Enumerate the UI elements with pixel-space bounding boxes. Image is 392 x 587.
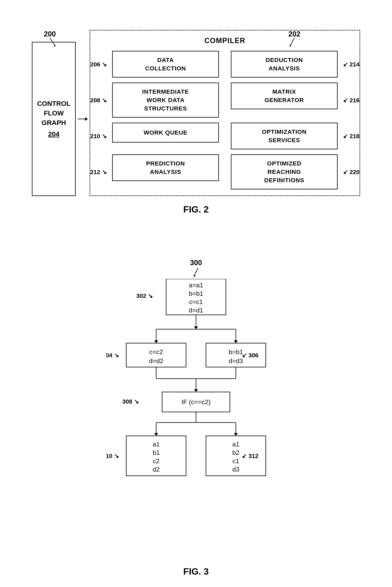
component-218-cell: OPTIMIZATIONSERVICES ↙ 218 xyxy=(231,123,338,149)
svg-text:a=a1: a=a1 xyxy=(189,281,203,289)
svg-marker-38 xyxy=(154,433,158,436)
svg-text:a1: a1 xyxy=(232,441,240,448)
fig2-caption: FIG. 2 xyxy=(20,204,372,215)
svg-text:d=d1: d=d1 xyxy=(189,307,203,314)
fig3-container: 300 a=a1 b=b1 c=c1 d=d1 302 ↘ xyxy=(20,259,372,577)
label-216: ↙ 216 xyxy=(343,97,360,104)
page: 200 202 CONTROLFLOWGRAPH 204 COMPI xyxy=(0,0,392,587)
label-300: 300 xyxy=(190,259,202,267)
svg-text:302 ↘: 302 ↘ xyxy=(136,292,153,299)
component-212: PREDICTIONANALYSIS xyxy=(112,154,219,181)
label-212: 212 ↘ xyxy=(90,168,107,175)
svg-marker-31 xyxy=(194,389,198,392)
svg-marker-5 xyxy=(193,275,196,277)
component-206-cell: 206 ↘ DATACOLLECTION xyxy=(112,51,219,78)
cfg-to-compiler-arrow xyxy=(76,42,90,196)
label-206: 206 ↘ xyxy=(90,61,107,68)
component-218: OPTIMIZATIONSERVICES xyxy=(231,123,338,149)
svg-marker-16 xyxy=(154,340,158,343)
component-216-cell: MATRIXGENERATOR ↙ 216 xyxy=(231,83,338,118)
component-220-cell: OPTIMIZEDREACHINGDEFINITIONS ↙ 220 xyxy=(231,154,338,189)
compiler-box: COMPILER 206 ↘ DATACOLLECTION DEDUCTIONA… xyxy=(90,30,360,196)
svg-marker-13 xyxy=(194,326,198,329)
svg-text:IF (c==c2): IF (c==c2) xyxy=(182,398,210,406)
cfg-box: CONTROLFLOWGRAPH 204 xyxy=(32,42,76,196)
svg-text:c2: c2 xyxy=(153,457,160,465)
svg-text:↙ 312: ↙ 312 xyxy=(242,453,258,459)
svg-marker-18 xyxy=(234,340,238,343)
label-210: 210 ↘ xyxy=(90,133,107,140)
component-216: MATRIXGENERATOR xyxy=(231,83,338,109)
label-220: ↙ 220 xyxy=(343,168,360,175)
compiler-title: COMPILER xyxy=(96,37,354,45)
component-214-cell: DEDUCTIONANALYSIS ↙ 214 xyxy=(231,51,338,78)
svg-text:c=c2: c=c2 xyxy=(150,348,163,356)
svg-text:304 ↘: 304 ↘ xyxy=(106,352,119,359)
svg-text:d=d2: d=d2 xyxy=(149,357,163,365)
component-212-cell: 212 ↘ PREDICTIONANALYSIS xyxy=(112,154,219,189)
component-206: DATACOLLECTION xyxy=(112,51,219,78)
svg-text:↙ 306: ↙ 306 xyxy=(242,352,258,359)
svg-text:d3: d3 xyxy=(232,466,240,473)
svg-text:d=d3: d=d3 xyxy=(229,357,243,365)
fig3-svg: a=a1 b=b1 c=c1 d=d1 302 ↘ xyxy=(106,279,286,558)
svg-text:b1: b1 xyxy=(152,449,160,456)
component-214: DEDUCTIONANALYSIS xyxy=(231,51,338,78)
svg-text:308 ↘: 308 ↘ xyxy=(122,398,139,405)
component-220: OPTIMIZEDREACHINGDEFINITIONS xyxy=(231,154,338,189)
svg-text:b2: b2 xyxy=(232,449,240,456)
component-208-cell: 208 ↘ INTERMEDIATEWORK DATASTRUCTURES xyxy=(112,83,219,118)
label-218: ↙ 218 xyxy=(343,133,360,140)
svg-text:310 ↘: 310 ↘ xyxy=(106,453,119,459)
label-214: ↙ 214 xyxy=(343,61,360,68)
svg-text:b=b1: b=b1 xyxy=(189,290,203,297)
svg-text:c1: c1 xyxy=(232,457,239,465)
svg-text:d2: d2 xyxy=(152,466,160,473)
fig3-caption: FIG. 3 xyxy=(20,566,372,577)
cfg-title: CONTROLFLOWGRAPH xyxy=(37,99,70,127)
component-210-cell: 210 ↘ WORK QUEUE xyxy=(112,123,219,149)
svg-line-4 xyxy=(194,268,198,275)
svg-text:a1: a1 xyxy=(152,441,160,448)
svg-marker-40 xyxy=(234,433,238,436)
arrow-300 xyxy=(190,267,202,277)
component-208: INTERMEDIATEWORK DATASTRUCTURES xyxy=(112,83,219,118)
cfg-number: 204 xyxy=(48,129,60,139)
fig2-container: 200 202 CONTROLFLOWGRAPH 204 COMPI xyxy=(20,30,372,215)
svg-text:c=c1: c=c1 xyxy=(189,298,203,306)
component-210: WORK QUEUE xyxy=(112,123,219,143)
svg-text:b=b1: b=b1 xyxy=(229,348,243,356)
label-208: 208 ↘ xyxy=(90,97,107,104)
